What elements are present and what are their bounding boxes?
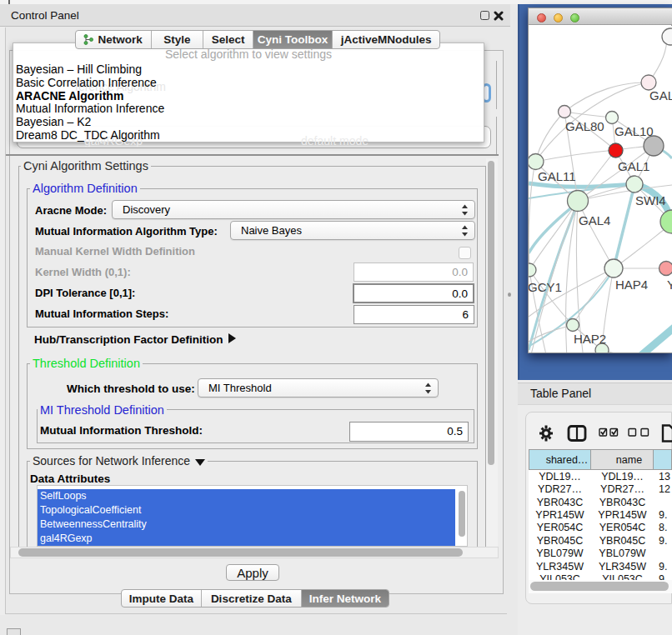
svg-text:GCY1: GCY1 [529, 280, 562, 294]
svg-text:SWI4: SWI4 [635, 193, 666, 208]
svg-text:HAP4: HAP4 [615, 278, 648, 292]
svg-text:YJ: YJ [667, 278, 672, 292]
svg-text:GAL1: GAL1 [618, 159, 649, 173]
svg-text:GAL10: GAL10 [614, 124, 654, 138]
svg-text:GAL11: GAL11 [538, 169, 576, 183]
svg-text:GAL80: GAL80 [565, 119, 604, 133]
svg-text:GAL4: GAL4 [579, 213, 610, 228]
svg-text:GAL7: GAL7 [649, 88, 672, 102]
svg-text:HAP2: HAP2 [574, 332, 606, 346]
